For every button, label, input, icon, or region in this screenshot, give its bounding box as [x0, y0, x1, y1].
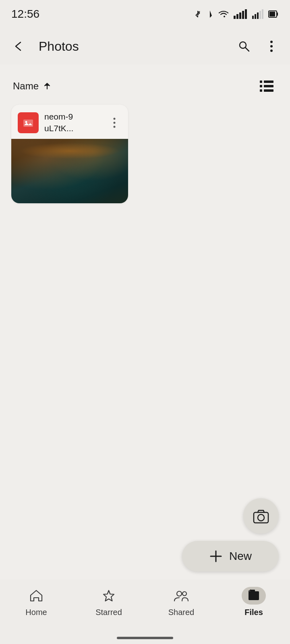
sort-direction-icon — [43, 82, 52, 91]
home-nav-icon-bg — [24, 587, 48, 605]
new-label: New — [229, 550, 252, 563]
svg-rect-7 — [255, 14, 256, 19]
signal-icon — [234, 9, 248, 19]
sort-bar: Name — [0, 64, 290, 105]
svg-point-17 — [270, 45, 273, 47]
svg-point-35 — [182, 592, 186, 596]
plus-icon — [209, 549, 223, 563]
home-nav-label: Home — [25, 608, 47, 617]
file-type-icon — [18, 112, 39, 133]
status-time: 12:56 — [11, 8, 39, 21]
app-bar: Photos — [0, 28, 290, 64]
svg-rect-19 — [260, 80, 262, 83]
home-indicator — [117, 637, 173, 639]
bluetooth-icon — [193, 8, 202, 20]
svg-rect-5 — [245, 9, 247, 19]
svg-rect-1 — [234, 16, 236, 19]
search-button[interactable] — [234, 36, 255, 57]
svg-rect-21 — [260, 85, 262, 87]
svg-point-16 — [270, 41, 273, 43]
starred-nav-label: Starred — [95, 608, 122, 617]
svg-rect-3 — [239, 12, 241, 19]
battery-icon — [268, 9, 279, 19]
list-view-icon — [260, 80, 273, 92]
file-card[interactable]: neom-9 uL7tK... — [11, 105, 128, 203]
svg-point-28 — [114, 122, 116, 124]
svg-rect-22 — [264, 85, 273, 87]
nav-item-shared[interactable]: Shared — [145, 587, 218, 617]
nav-item-home[interactable]: Home — [0, 587, 72, 617]
file-menu-button[interactable] — [107, 116, 122, 130]
files-icon — [247, 589, 261, 603]
sort-name: Name — [13, 80, 39, 92]
bottom-nav: Home Starred Shared — [0, 580, 290, 644]
back-button[interactable] — [8, 36, 29, 57]
svg-rect-23 — [260, 89, 262, 92]
nav-item-files[interactable]: Files — [218, 587, 290, 617]
home-icon — [29, 589, 44, 603]
starred-nav-icon-bg — [97, 587, 121, 605]
svg-line-15 — [245, 47, 249, 51]
svg-point-26 — [25, 121, 27, 123]
svg-rect-25 — [23, 120, 33, 127]
shared-icon — [173, 589, 189, 603]
files-nav-label: Files — [244, 608, 263, 617]
scan-button[interactable] — [243, 498, 279, 534]
svg-rect-2 — [236, 14, 238, 19]
svg-rect-9 — [259, 11, 261, 19]
list-view-button[interactable] — [256, 76, 277, 97]
sort-label[interactable]: Name — [13, 80, 52, 92]
svg-rect-4 — [242, 11, 244, 19]
svg-rect-13 — [269, 12, 275, 17]
shared-nav-label: Shared — [168, 608, 195, 617]
more-options-button[interactable] — [261, 36, 282, 57]
file-card-header: neom-9 uL7tK... — [11, 105, 128, 139]
svg-rect-36 — [249, 591, 259, 600]
camera-scan-icon — [252, 508, 270, 524]
svg-point-29 — [114, 126, 116, 128]
new-button[interactable]: New — [182, 541, 279, 572]
file-name: neom-9 uL7tK... — [44, 111, 102, 134]
svg-rect-12 — [277, 12, 278, 16]
svg-rect-10 — [262, 9, 263, 19]
svg-rect-37 — [250, 590, 255, 592]
svg-point-31 — [258, 514, 264, 521]
svg-point-18 — [270, 50, 273, 52]
nav-item-starred[interactable]: Starred — [72, 587, 145, 617]
svg-rect-20 — [264, 80, 273, 83]
files-nav-icon-bg — [242, 587, 266, 605]
status-icons — [193, 8, 279, 20]
signal2-icon — [252, 9, 264, 19]
svg-marker-0 — [208, 10, 212, 18]
sync-icon — [206, 10, 213, 19]
svg-point-27 — [114, 118, 116, 120]
svg-point-34 — [177, 591, 182, 596]
fab-area: New — [182, 498, 279, 572]
file-grid: neom-9 uL7tK... — [0, 105, 290, 203]
shared-nav-icon-bg — [169, 587, 193, 605]
wifi-icon — [218, 9, 230, 19]
svg-rect-24 — [264, 89, 273, 92]
page-title: Photos — [39, 39, 227, 54]
star-icon — [102, 589, 116, 603]
file-preview-image[interactable] — [11, 139, 128, 203]
svg-rect-8 — [257, 12, 259, 19]
svg-rect-6 — [252, 16, 254, 19]
status-bar: 12:56 — [0, 0, 290, 28]
